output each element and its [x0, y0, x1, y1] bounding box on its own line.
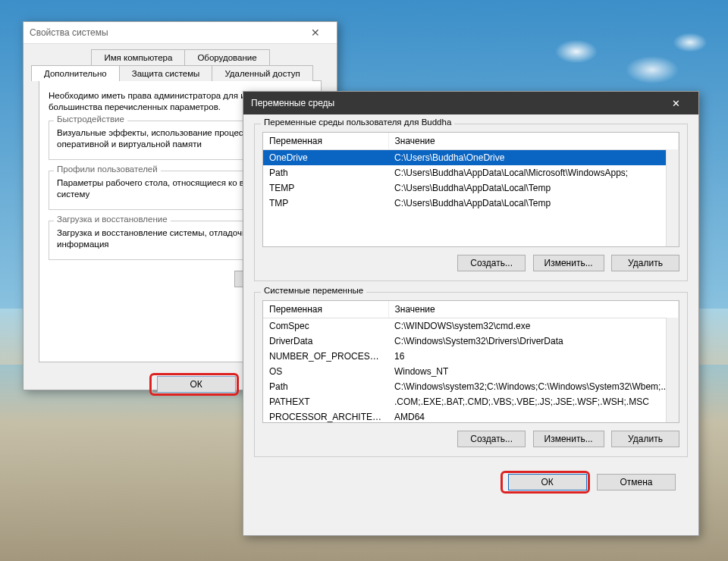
delete-button[interactable]: Удалить [611, 431, 679, 447]
table-row[interactable]: PROCESSOR_ARCHITECTUREAMD64 [263, 409, 679, 423]
var-name: Path [263, 165, 388, 180]
var-name: ComSpec [263, 318, 388, 334]
tab-system-protection[interactable]: Защита системы [119, 65, 213, 81]
var-value: C:\Users\Buddha\AppData\Local\Microsoft\… [388, 165, 679, 180]
var-value: C:\WINDOWS\system32\cmd.exe [388, 318, 679, 334]
window-title: Свойства системы [30, 27, 108, 38]
section-title: Системные переменные [261, 286, 366, 295]
var-name: OneDrive [263, 150, 388, 166]
var-value: C:\Users\Buddha\AppData\Local\Temp [388, 180, 679, 196]
var-value: Windows_NT [388, 364, 679, 379]
new-button[interactable]: Создать... [457, 255, 526, 271]
new-button[interactable]: Создать... [457, 431, 526, 447]
table-row[interactable]: DriverDataC:\Windows\System32\Drivers\Dr… [263, 334, 679, 349]
table-row[interactable]: PathC:\Windows\system32;C:\Windows;C:\Wi… [263, 379, 679, 394]
system-vars-section: Системные переменные Переменная Значение… [254, 292, 688, 457]
group-title: Загрузка и восстановление [54, 215, 171, 224]
tab-hardware[interactable]: Оборудование [184, 49, 269, 65]
window-title: Переменные среды [251, 98, 334, 108]
delete-button[interactable]: Удалить [611, 255, 679, 271]
user-vars-section: Переменные среды пользователя для Buddha… [254, 124, 688, 281]
table-row[interactable]: PATHEXT.COM;.EXE;.BAT;.CMD;.VBS;.VBE;.JS… [263, 394, 679, 409]
ok-highlight: ОК [500, 471, 590, 494]
var-value: C:\Users\Buddha\OneDrive [388, 150, 679, 166]
tab-remote[interactable]: Удаленный доступ [212, 65, 312, 81]
var-name: TEMP [263, 180, 388, 196]
scrollbar[interactable] [666, 149, 679, 246]
col-variable[interactable]: Переменная [263, 301, 388, 318]
var-value: 16 [388, 349, 679, 364]
var-value: .COM;.EXE;.BAT;.CMD;.VBS;.VBE;.JS;.JSE;.… [388, 394, 679, 409]
titlebar[interactable]: Свойства системы ✕ [24, 22, 337, 44]
table-row[interactable]: ComSpecC:\WINDOWS\system32\cmd.exe [263, 318, 679, 334]
close-icon[interactable]: ✕ [661, 98, 691, 109]
col-variable[interactable]: Переменная [263, 133, 388, 150]
system-vars-table[interactable]: Переменная Значение ComSpecC:\WINDOWS\sy… [262, 300, 679, 423]
table-row[interactable]: PathC:\Users\Buddha\AppData\Local\Micros… [263, 165, 679, 180]
var-value: C:\Windows\system32;C:\Windows;C:\Window… [388, 379, 679, 394]
col-value[interactable]: Значение [388, 301, 679, 318]
var-name: PROCESSOR_ARCHITECTURE [263, 409, 388, 423]
col-value[interactable]: Значение [388, 133, 679, 150]
var-name: DriverData [263, 334, 388, 349]
var-name: OS [263, 364, 388, 379]
close-icon[interactable]: ✕ [300, 27, 331, 39]
section-title: Переменные среды пользователя для Buddha [261, 118, 454, 127]
var-name: NUMBER_OF_PROCESSORS [263, 349, 388, 364]
var-name: Path [263, 379, 388, 394]
tab-advanced[interactable]: Дополнительно [31, 65, 120, 81]
var-name: TMP [263, 196, 388, 211]
table-row[interactable]: OneDriveC:\Users\Buddha\OneDrive [263, 150, 679, 166]
ok-button[interactable]: ОК [508, 474, 587, 490]
var-value: C:\Windows\System32\Drivers\DriverData [388, 334, 679, 349]
table-row[interactable]: OSWindows_NT [263, 364, 679, 379]
ok-button[interactable]: ОК [157, 376, 236, 393]
cancel-button[interactable]: Отмена [597, 474, 676, 490]
var-value: AMD64 [388, 409, 679, 423]
table-row[interactable]: TEMPC:\Users\Buddha\AppData\Local\Temp [263, 180, 679, 196]
titlebar[interactable]: Переменные среды ✕ [243, 92, 698, 114]
scrollbar[interactable] [666, 318, 679, 422]
user-vars-table[interactable]: Переменная Значение OneDriveC:\Users\Bud… [262, 132, 679, 247]
var-name: PATHEXT [263, 394, 388, 409]
ok-highlight: ОК [149, 373, 239, 396]
group-title: Профили пользователей [54, 165, 161, 174]
var-value: C:\Users\Buddha\AppData\Local\Temp [388, 196, 679, 211]
table-row[interactable]: TMPC:\Users\Buddha\AppData\Local\Temp [263, 196, 679, 211]
tab-computer-name[interactable]: Имя компьютера [91, 49, 185, 65]
edit-button[interactable]: Изменить... [533, 431, 604, 447]
table-row[interactable]: NUMBER_OF_PROCESSORS16 [263, 349, 679, 364]
edit-button[interactable]: Изменить... [533, 255, 604, 271]
group-title: Быстродействие [54, 114, 127, 124]
env-vars-window: Переменные среды ✕ Переменные среды поль… [243, 91, 699, 536]
